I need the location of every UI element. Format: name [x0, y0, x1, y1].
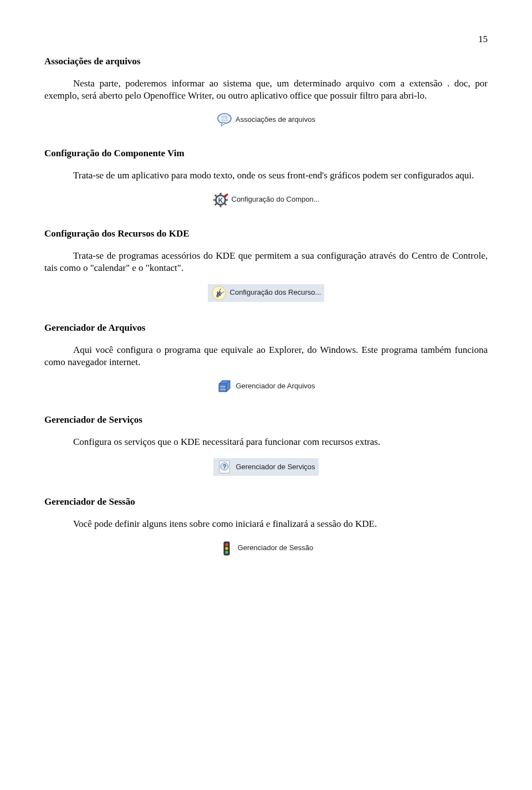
paragraph-text: Trata-se de um aplicativo para modo text…: [44, 170, 488, 182]
highlighted-item: K Configuração dos Recurso...: [208, 284, 325, 302]
svg-rect-6: [219, 193, 221, 196]
svg-point-22: [223, 389, 223, 389]
speech-bubble-icon: [217, 112, 232, 127]
traffic-light-icon: [219, 541, 234, 556]
heading-gerenciador-sessao: Gerenciador de Sessão: [44, 496, 488, 508]
highlighted-item: ? Gerenciador de Serviços: [213, 458, 318, 476]
drawer-icon: [217, 378, 232, 394]
svg-text:?: ?: [223, 463, 227, 470]
svg-text:K: K: [217, 290, 221, 297]
wrench-k-icon: K: [211, 285, 227, 301]
heading-associacoes-arquivos: Associações de arquivos: [44, 55, 488, 68]
heading-configuracao-vim: Configuração do Componente Vim: [44, 147, 488, 160]
paragraph-text: Nesta parte, poderemos informar ao siste…: [44, 78, 488, 102]
heading-configuracao-recursos-kde: Configuração dos Recursos do KDE: [44, 228, 488, 240]
gear-k-icon: K: [213, 192, 228, 208]
paragraph-text: Configura os serviços que o KDE necessit…: [44, 436, 488, 448]
heading-gerenciador-servicos: Gerenciador de Serviços: [44, 414, 488, 426]
svg-point-28: [225, 547, 228, 550]
heading-gerenciador-arquivos: Gerenciador de Arquivos: [44, 322, 488, 334]
icon-row: Gerenciador de Sessão: [44, 541, 488, 556]
icon-label: Configuração dos Recurso...: [230, 288, 321, 297]
paragraph-text: Trata-se de programas acessórios do KDE …: [44, 250, 488, 274]
icon-row: K Configuração do Compon...: [44, 192, 488, 208]
page-number: 15: [44, 33, 488, 45]
icon-row: Associações de arquivos: [44, 112, 488, 127]
svg-point-29: [225, 551, 228, 553]
svg-point-27: [225, 543, 228, 546]
icon-row: K Configuração dos Recurso...: [44, 284, 488, 302]
icon-row: ? Gerenciador de Serviços: [44, 458, 488, 476]
svg-rect-8: [213, 199, 216, 201]
svg-rect-7: [219, 204, 221, 207]
icon-label: Associações de arquivos: [236, 115, 315, 125]
svg-rect-9: [225, 199, 228, 201]
icon-label: Gerenciador de Arquivos: [236, 382, 315, 391]
paragraph-text: Você pode definir alguns itens sobre com…: [44, 518, 488, 530]
icon-label: Gerenciador de Serviços: [236, 463, 315, 472]
icon-label: Configuração do Compon...: [232, 195, 320, 204]
paragraph-text: Aqui você configura o programa que equiv…: [44, 344, 488, 368]
icon-label: Gerenciador de Sessão: [238, 543, 314, 553]
svg-point-21: [223, 386, 223, 387]
icon-row: Gerenciador de Arquivos: [44, 378, 488, 394]
question-page-icon: ?: [217, 459, 232, 475]
svg-text:K: K: [218, 197, 223, 204]
